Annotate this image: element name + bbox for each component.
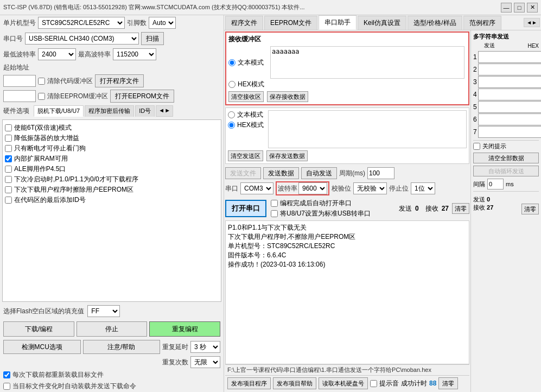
port-config-label: 串口 — [225, 184, 238, 193]
baud-config-select[interactable]: 9600 — [298, 182, 327, 194]
interval-input[interactable] — [487, 179, 504, 189]
titlebar: STC-ISP (V6.87D) (销售电话: 0513-55012928) 官… — [0, 0, 541, 15]
checkbox[interactable] — [5, 176, 12, 183]
auto-reload-row: 每次下载前都重新装载目标文件 — [0, 369, 224, 381]
open-prog-button[interactable]: 打开程序文件 — [95, 74, 144, 87]
port-select[interactable]: USB-SERIAL CH340 (COM3) — [25, 33, 139, 45]
maximize-button[interactable]: □ — [514, 3, 525, 12]
delay-select[interactable]: 3 秒 — [190, 341, 220, 353]
set-usb-check[interactable] — [271, 210, 278, 217]
clear-send-btn[interactable]: 清空发送区 — [228, 150, 263, 161]
baud-config-label: 波特率 — [278, 184, 297, 193]
checkbox-label: 只有断电才可停止看门狗 — [14, 144, 86, 153]
send-hex-radio[interactable] — [228, 122, 235, 129]
read-disk-btn[interactable]: 读取本机硬盘号 — [319, 377, 368, 389]
recv-textarea[interactable] — [270, 46, 464, 79]
checkbox[interactable] — [5, 186, 12, 193]
close-prompt-check[interactable] — [473, 143, 480, 150]
period-input[interactable] — [367, 167, 394, 179]
multi-send-input[interactable] — [478, 88, 541, 100]
multi-send-input[interactable] — [478, 101, 541, 113]
help-footer-btn[interactable]: 发布项目帮助 — [273, 377, 316, 389]
checkbox[interactable] — [5, 155, 12, 162]
hw-tab-1[interactable]: 脱机下载/U8/U7 — [34, 105, 84, 117]
clear-code-check[interactable] — [38, 78, 45, 85]
tabs-bar: 程序文件EEPROM文件串口助手Keil仿真设置选型/价格/样品范例程序◄► — [224, 15, 541, 30]
right-panel: 程序文件EEPROM文件串口助手Keil仿真设置选型/价格/样品范例程序◄► 接… — [224, 15, 541, 392]
multi-send-input[interactable] — [478, 126, 541, 138]
auto-open-check[interactable] — [271, 200, 278, 207]
tab-Keil仿真设置[interactable]: Keil仿真设置 — [358, 16, 406, 30]
publish-btn[interactable]: 发布项目程序 — [227, 377, 271, 389]
hw-tab-3[interactable]: ID号 — [135, 105, 155, 117]
clear-eeprom-check[interactable] — [38, 93, 45, 100]
detect-button[interactable]: 检测MCU选项 — [3, 340, 81, 354]
stop-select[interactable]: 1位 — [411, 182, 435, 194]
stop-button[interactable]: 停止 — [77, 321, 148, 337]
auto-reload-check[interactable] — [3, 371, 10, 378]
checkbox[interactable] — [5, 145, 12, 152]
send-text-radio[interactable] — [228, 111, 235, 118]
download-button[interactable]: 下载/编程 — [3, 321, 74, 337]
min-baud-select[interactable]: 2400 — [38, 48, 76, 60]
checkbox[interactable] — [5, 197, 12, 204]
beep-check[interactable] — [370, 380, 377, 387]
send-file-btn[interactable]: 发送文件 — [225, 167, 261, 179]
multi-send-input[interactable] — [478, 113, 541, 125]
hw-tab-2[interactable]: 程序加密后传输 — [85, 105, 134, 117]
tab-程序文件[interactable]: 程序文件 — [225, 16, 263, 30]
recv-hex-radio[interactable] — [228, 81, 236, 88]
send-hex-label: HEX模式 — [237, 121, 264, 130]
tab-串口助手[interactable]: 串口助手 — [319, 15, 357, 30]
mcu-select[interactable]: STC89C52RC/LE52RC — [38, 17, 125, 29]
checkbox[interactable] — [5, 135, 12, 142]
checkbox-label: 在代码区的最后添加ID号 — [14, 195, 86, 205]
clear-footer-btn[interactable]: 清零 — [438, 377, 458, 389]
tab-选型/价格/样品[interactable]: 选型/价格/样品 — [408, 16, 462, 30]
auto-loop-btn[interactable]: 自动循环发送 — [473, 166, 539, 176]
reprogram-button[interactable]: 重复编程 — [149, 321, 220, 337]
recv-text-radio[interactable] — [228, 59, 236, 66]
count-select[interactable]: 无限 — [190, 356, 220, 368]
irq-select[interactable]: Auto — [149, 17, 176, 29]
multi-send-panel: 多字符串发送 发送 HEX 1 2 3 4 5 6 7 — [470, 30, 541, 392]
scan-button[interactable]: 扫描 — [141, 32, 164, 45]
clear-count-side-btn[interactable]: 清零 — [521, 204, 539, 214]
save-recv-btn[interactable]: 保存接收数据 — [267, 91, 308, 102]
open-eeprom-button[interactable]: 打开EEPROM文件 — [110, 90, 174, 103]
tab-EEPROM文件[interactable]: EEPROM文件 — [264, 16, 317, 30]
open-port-button[interactable]: 打开串口 — [225, 200, 266, 217]
send-data-btn[interactable]: 发送数据 — [263, 167, 299, 179]
clear-recv-btn[interactable]: 清空接收区 — [228, 91, 264, 102]
save-send-btn[interactable]: 保存发送数据 — [266, 150, 308, 161]
mcu-label: 单片机型号 — [3, 18, 36, 28]
send-textarea[interactable] — [268, 110, 467, 148]
hw-options-label: 硬件选项 — [3, 106, 29, 116]
auto-load-check[interactable] — [3, 383, 10, 390]
checkbox[interactable] — [5, 166, 12, 173]
help-button[interactable]: 注意/帮助 — [83, 340, 161, 354]
multi-send-input[interactable] — [478, 51, 541, 63]
flash-fill-select[interactable]: FF — [87, 305, 120, 317]
close-prompt-label: 关闭提示 — [482, 142, 506, 150]
addr1-input[interactable]: 0x0000 — [3, 75, 36, 87]
tab-arrow[interactable]: ◄► — [524, 18, 540, 27]
port-config-select[interactable]: COM3 — [240, 182, 273, 194]
addr2-input[interactable]: 0x2000 — [3, 90, 36, 102]
beep-label: 提示音 — [379, 379, 399, 388]
max-baud-select[interactable]: 115200 — [113, 48, 156, 60]
clear-count-btn[interactable]: 清零 — [452, 203, 469, 214]
port-row: 串口号 USB-SERIAL CH340 (COM3) 扫描 — [0, 30, 224, 47]
checkbox[interactable] — [5, 124, 12, 131]
close-button[interactable]: ✕ — [527, 3, 538, 12]
clear-all-btn[interactable]: 清空全部数据 — [473, 153, 539, 163]
auto-send-btn[interactable]: 自动发送 — [301, 167, 337, 179]
check-select[interactable]: 无校验 — [353, 182, 387, 194]
multi-send-input[interactable] — [478, 64, 541, 75]
minimize-button[interactable]: — — [501, 3, 512, 12]
interval-unit: ms — [506, 181, 514, 187]
multi-send-title: 多字符串发送 — [473, 33, 539, 41]
hw-tab-nav[interactable]: ◄► — [156, 105, 173, 117]
multi-send-input[interactable] — [478, 76, 541, 88]
tab-范例程序[interactable]: 范例程序 — [463, 16, 501, 30]
